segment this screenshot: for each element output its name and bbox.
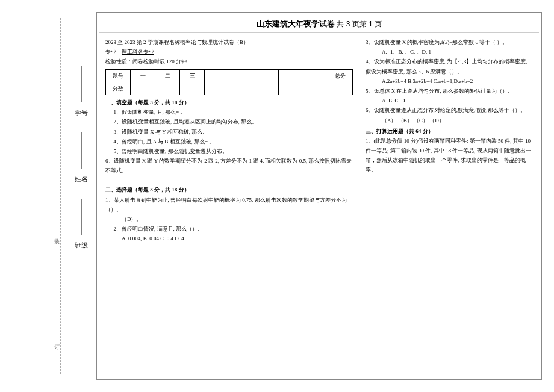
binding-mark-ding: 订 bbox=[54, 343, 60, 351]
q2-2: 2、曾经明白情况, 满意且, 那么（）。 bbox=[105, 224, 353, 234]
q2-3: 3、设随机变量 X 的概率密度为,f(x)=那么常数 c 等于（ ）。 bbox=[366, 37, 533, 47]
q2-5-opt: A. B. C. D. bbox=[366, 96, 533, 105]
exam-line: 检验性质：闭卷检验时辰 120 分钟 bbox=[105, 57, 353, 66]
binding-mark-zhuang: 装 bbox=[54, 238, 60, 246]
exam-sheet: 山东建筑大年夜学试卷 共 3 页第 1 页 2023 至 2023 第 2 学期… bbox=[96, 12, 542, 380]
q2-5: 5、设总体 X 在上遵从均匀分布, 那么参数的矩估计量为（）。 bbox=[366, 86, 533, 96]
q1-3: 3、设随机变量 X 与 Y 相互独破, 那么。 bbox=[105, 127, 353, 137]
q2-1-opt: （D）。 bbox=[105, 214, 353, 224]
q2-3-opt: A. -1、B. 、C. 、D. 1 bbox=[366, 47, 533, 57]
q2-2-opt: A. 0.004, B. 0.04 C. 0.4 D. 4 bbox=[105, 234, 353, 243]
student-info-sidebar: 班级 姓名 学号 bbox=[72, 24, 90, 368]
q1-6: 6、设随机变量 X 跟 Y 的数学期望分不为-2 跟 2, 方差分不为 1 跟 … bbox=[105, 156, 353, 175]
right-column: 3、设随机变量 X 的概率密度为,f(x)=那么常数 c 等于（ ）。 A. -… bbox=[359, 33, 539, 377]
major-line: 专业：理工科各专业 bbox=[105, 47, 353, 57]
q2-1: 1、某人射击直到中靶为止, 曾经明白每次射中靶的概率为 0.75, 那么射击次数… bbox=[105, 195, 353, 214]
name-line bbox=[81, 132, 82, 169]
section-1-title: 一、填空题（每题 3 分，共 18 分） bbox=[105, 98, 353, 107]
q2-4: 4、设为标准正态分布的概率密度, 为【-1,3】上均匀分布的概率密度, 假设为概… bbox=[366, 57, 533, 76]
page-info: 共 3 页第 1 页 bbox=[337, 20, 382, 28]
section-2-title: 二、选择题（每题 3 分，共 18 分） bbox=[105, 185, 353, 194]
q2-6: 6、设随机变量遵从正态分布,对给定的,数满意,假设,那么等于（）。 bbox=[366, 105, 533, 115]
score-table: 题号 一 二 三 总分 分数 bbox=[105, 69, 353, 95]
page-title: 山东建筑大年夜学试卷 共 3 页第 1 页 bbox=[99, 15, 539, 32]
student-id-line bbox=[81, 66, 82, 102]
q1-4: 4、曾经明白, 且 A 与 B 相互独破, 那么= 。 bbox=[105, 137, 353, 146]
binding-dashed-line bbox=[60, 18, 61, 374]
table-row: 分数 bbox=[106, 82, 353, 95]
q1-1: 1、假设随机变量, 且, 那么= 。 bbox=[105, 107, 353, 117]
q2-4-opt: A.2a+3b=4 B.3a+2b=4 C.a+b=1,D.a+b=2 bbox=[366, 76, 533, 86]
q2-6-opt: （A）.（B）.（C）.（D）. bbox=[366, 116, 533, 125]
student-id-label: 学号 bbox=[75, 109, 88, 116]
table-row: 题号 一 二 三 总分 bbox=[106, 69, 353, 82]
left-column: 2023 至 2023 第 2 学期课程名称概率论与数理统计试卷（B） 专业：理… bbox=[99, 33, 359, 377]
class-line bbox=[81, 199, 82, 235]
university-name: 山东建筑大年夜学试卷 bbox=[257, 19, 335, 28]
name-label: 姓名 bbox=[75, 175, 88, 182]
class-label: 班级 bbox=[75, 241, 88, 249]
q1-5: 5、曾经明白随机变量, 那么随机变量遵从分布。 bbox=[105, 146, 353, 156]
q1-2: 2、设随机变量相互独破, 且均遵从区间上的均匀分布, 那么。 bbox=[105, 117, 353, 126]
q3-1: 1、(此题总分值 10 分)假设有两箱同种零件: 第一箱内装 50 件, 其中 … bbox=[366, 136, 533, 175]
section-3-title: 三、打算运用题（共 64 分） bbox=[366, 126, 533, 136]
term-line: 2023 至 2023 第 2 学期课程名称概率论与数理统计试卷（B） bbox=[105, 37, 353, 47]
